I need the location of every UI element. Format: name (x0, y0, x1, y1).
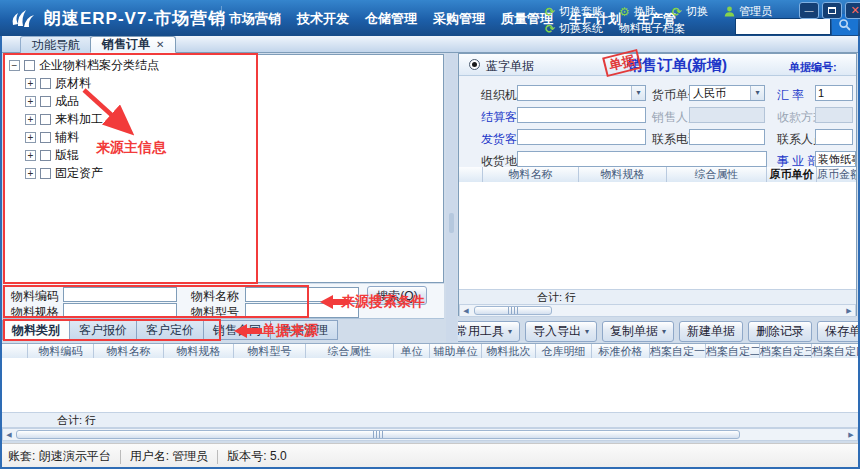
tree-node-label[interactable]: 辅料 (55, 129, 79, 146)
address-input[interactable] (517, 151, 767, 167)
tab-material-category[interactable]: 物料类别 (2, 320, 70, 340)
menu-item-marketing[interactable]: 市场营销 (229, 10, 281, 28)
col-spec[interactable]: 物料规格 (164, 344, 234, 359)
chevron-down-icon[interactable]: ▾ (631, 86, 645, 100)
currency-select[interactable]: 人民币 ▾ (689, 85, 765, 101)
blue-doc-radio-label[interactable]: 蓝字单据 (486, 58, 534, 75)
panel-splitter[interactable] (446, 53, 457, 343)
col-unit[interactable]: 单位 (394, 344, 430, 359)
common-tools-button[interactable]: 常用工具▾ (458, 321, 520, 342)
tree-node-label[interactable]: 成品 (55, 93, 79, 110)
order-horizontal-scrollbar[interactable]: ◀ ▶ (459, 304, 856, 317)
scrollbar-thumb[interactable] (16, 430, 740, 439)
current-user-link[interactable]: 管理员 (739, 4, 772, 19)
tree-node-raw-material[interactable]: + 原材料 (25, 75, 443, 91)
menu-item-purchase[interactable]: 采购管理 (433, 10, 485, 28)
close-button[interactable]: ✕ (845, 2, 860, 19)
tree-node-roller[interactable]: + 版辊 (25, 147, 443, 163)
save-doc-button[interactable]: 保存单据 (817, 321, 860, 342)
col-warehouse[interactable]: 仓库明细 (536, 344, 592, 359)
scrollbar-thumb[interactable] (474, 306, 552, 315)
col-custom3[interactable]: 档案自定三 (760, 344, 812, 359)
collapse-icon[interactable]: − (9, 60, 20, 71)
new-doc-button[interactable]: 新建单据 (679, 321, 743, 342)
rate-input[interactable] (815, 85, 853, 101)
tree-node-auxiliary[interactable]: + 辅料 (25, 129, 443, 145)
division-value[interactable]: 装饰纸事业 (815, 151, 856, 167)
scroll-left-icon[interactable]: ◀ (3, 429, 15, 440)
tree-node-fixed-assets[interactable]: + 固定资产 (25, 165, 443, 181)
change-skin-link[interactable]: 换肤 (634, 4, 656, 19)
col-select[interactable] (2, 344, 28, 359)
col-batch[interactable]: 物料批次 (482, 344, 536, 359)
delivery-customer-input[interactable] (517, 129, 646, 145)
tree-checkbox[interactable] (24, 60, 35, 71)
col-spec[interactable]: 物料规格 (579, 167, 667, 182)
tree-node-label[interactable]: 原材料 (55, 75, 91, 92)
maximize-button[interactable] (822, 2, 842, 19)
col-attributes[interactable]: 综合属性 (306, 344, 394, 359)
tab-close-icon[interactable]: ✕ (156, 39, 164, 50)
org-select[interactable]: ▾ (517, 85, 646, 101)
copy-doc-button[interactable]: 复制单据▾ (602, 321, 674, 342)
expand-icon[interactable]: + (25, 78, 36, 89)
tree-node-label[interactable]: 版辊 (55, 147, 79, 164)
material-archive-link[interactable]: 物料电子档案 (619, 21, 685, 36)
chevron-down-icon[interactable]: ▾ (750, 86, 764, 100)
tree-node-root[interactable]: − 企业物料档案分类结点 (9, 57, 443, 73)
minimize-button[interactable]: — (799, 2, 819, 19)
tab-customer-pricing[interactable]: 客户定价 (136, 320, 204, 340)
tree-node-incoming-processing[interactable]: + 来料加工 (25, 111, 443, 127)
tab-customer-quote[interactable]: 客户报价 (69, 320, 137, 340)
switch-link[interactable]: 切换 (686, 4, 708, 19)
col-custom1[interactable]: 档案自定一 (650, 344, 706, 359)
scroll-left-icon[interactable]: ◀ (460, 305, 472, 316)
expand-icon[interactable]: + (25, 150, 36, 161)
col-model[interactable]: 物料型号 (234, 344, 306, 359)
global-search-input[interactable] (735, 18, 831, 35)
col-aux-unit[interactable]: 辅助单位 (430, 344, 482, 359)
scroll-right-icon[interactable]: ▶ (845, 429, 857, 440)
col-name[interactable]: 物料名称 (483, 167, 579, 182)
col-code[interactable]: 物料编码 (28, 344, 94, 359)
scroll-right-icon[interactable]: ▶ (843, 305, 855, 316)
tree-node-label[interactable]: 来料加工 (55, 111, 103, 128)
delete-record-button[interactable]: 删除记录 (748, 321, 812, 342)
tree-checkbox[interactable] (40, 132, 51, 143)
material-table-body[interactable] (2, 358, 858, 413)
phone-input[interactable] (689, 129, 765, 145)
tree-checkbox[interactable] (40, 78, 51, 89)
tab-function-nav[interactable]: 功能导航 (20, 36, 92, 53)
splitter-handle[interactable] (449, 213, 454, 233)
material-code-input[interactable] (63, 287, 177, 302)
tree-node-label[interactable]: 企业物料档案分类结点 (39, 57, 159, 74)
col-custom4[interactable]: 档案自定四 (812, 344, 858, 359)
tree-checkbox[interactable] (40, 96, 51, 107)
expand-icon[interactable]: + (25, 114, 36, 125)
tree-node-label[interactable]: 固定资产 (55, 165, 103, 182)
col-select[interactable] (459, 167, 483, 182)
tree-checkbox[interactable] (40, 168, 51, 179)
expand-icon[interactable]: + (25, 96, 36, 107)
tree-node-finished-goods[interactable]: + 成品 (25, 93, 443, 109)
blue-doc-radio[interactable] (469, 59, 480, 70)
tree-checkbox[interactable] (40, 150, 51, 161)
expand-icon[interactable]: + (25, 132, 36, 143)
menu-item-warehouse[interactable]: 仓储管理 (365, 10, 417, 28)
import-export-button[interactable]: 导入导出▾ (525, 321, 597, 342)
tree-checkbox[interactable] (40, 114, 51, 125)
settle-customer-input[interactable] (517, 107, 646, 123)
col-unit-price[interactable]: 原币单价 (767, 167, 817, 182)
col-name[interactable]: 物料名称 (94, 344, 164, 359)
switch-system-link[interactable]: 切换系统 (559, 21, 603, 36)
col-custom2[interactable]: 档案自定二 (706, 344, 760, 359)
switch-accountset-link[interactable]: 切换套账 (559, 4, 603, 19)
menu-item-tech-dev[interactable]: 技术开发 (297, 10, 349, 28)
material-spec-input[interactable] (63, 303, 177, 318)
expand-icon[interactable]: + (25, 168, 36, 179)
order-table-body[interactable] (459, 182, 856, 289)
tab-sales-order[interactable]: 销售订单 ✕ (90, 36, 176, 53)
col-attributes[interactable]: 综合属性 (667, 167, 767, 182)
contact-input[interactable] (815, 129, 853, 145)
col-amount[interactable]: 原币金额 (817, 167, 856, 182)
